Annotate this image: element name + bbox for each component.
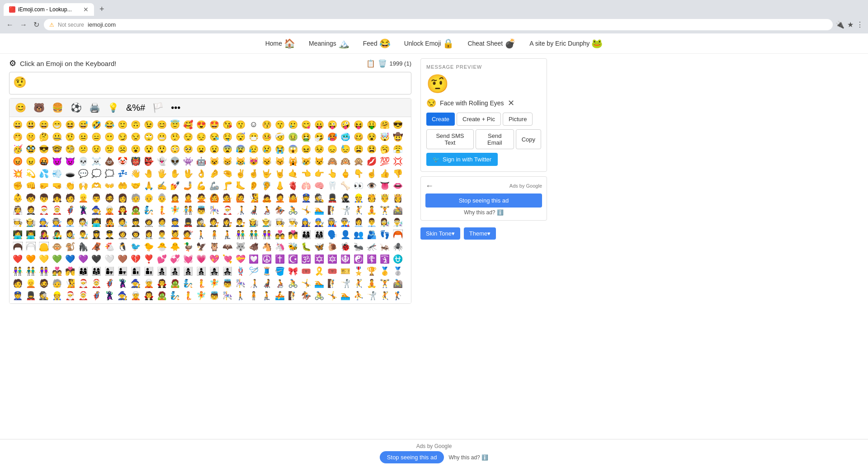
emoji-cell[interactable]: 😓	[339, 143, 352, 155]
emoji-cell[interactable]: 🙊	[352, 156, 365, 167]
emoji-cell[interactable]: 🧚	[208, 278, 221, 289]
emoji-cell[interactable]: 🧜	[156, 204, 168, 216]
nav-site-by[interactable]: A site by Eric Dunphy 🐸	[529, 38, 603, 49]
emoji-cell[interactable]: 👬	[24, 265, 37, 277]
emoji-cell[interactable]: 🙃	[129, 119, 142, 131]
emoji-cell[interactable]: 👰	[11, 204, 24, 216]
emoji-cell[interactable]: 🦄	[274, 241, 286, 253]
emoji-cell[interactable]: 🧙	[129, 278, 142, 289]
emoji-cell[interactable]: 🏇	[300, 290, 312, 302]
emoji-cell[interactable]: 🫂	[365, 229, 378, 241]
emoji-cell[interactable]: ☝️	[365, 168, 378, 179]
emoji-cell[interactable]: 👨‍👩‍👦	[77, 265, 90, 277]
emoji-cell[interactable]: 🪣	[274, 265, 286, 277]
emoji-cell[interactable]: 🕵️	[195, 217, 208, 228]
emoji-cell[interactable]: 🧑	[11, 278, 24, 289]
stop-ad-button[interactable]: Stop seeing this ad	[425, 193, 542, 208]
create-button[interactable]: Create	[426, 113, 455, 126]
emoji-cell[interactable]: 🧘	[365, 204, 378, 216]
emoji-cell[interactable]: 🤒	[260, 131, 273, 143]
emoji-cell[interactable]: 🙇	[260, 192, 273, 204]
emoji-cell[interactable]: 👩‍🔬	[378, 217, 391, 228]
back-button[interactable]: ←	[5, 19, 15, 31]
emoji-cell[interactable]: 🙆	[208, 192, 221, 204]
send-sms-button[interactable]: Send SMS Text	[426, 129, 474, 149]
emoji-cell[interactable]: 🧠	[313, 180, 326, 192]
emoji-cell[interactable]: 🏋️	[378, 204, 391, 216]
reload-button[interactable]: ↻	[32, 19, 41, 31]
emoji-cell[interactable]: 👮	[300, 192, 312, 204]
emoji-cell[interactable]: 👉	[313, 168, 326, 179]
emoji-cell[interactable]: 🦷	[326, 180, 339, 192]
emoji-cell[interactable]: 🤶	[77, 290, 90, 302]
emoji-cell[interactable]: 🧗	[326, 204, 339, 216]
emoji-cell[interactable]: 🧓	[129, 192, 142, 204]
emoji-cell[interactable]: 😌	[182, 131, 194, 143]
emoji-cell[interactable]: 👐	[103, 180, 116, 192]
emoji-cell[interactable]: 🧚	[169, 204, 181, 216]
emoji-cell[interactable]: 💖	[208, 253, 221, 265]
emoji-cell[interactable]: 🦟	[365, 241, 378, 253]
emoji-cell[interactable]: 👨‍👦	[142, 265, 155, 277]
emoji-cell[interactable]: 🦾	[208, 180, 221, 192]
emoji-cell[interactable]: 🖐️	[156, 168, 168, 179]
emoji-cell[interactable]: 👷	[51, 290, 63, 302]
emoji-cell[interactable]: 🧵	[260, 265, 273, 277]
emoji-cell[interactable]: 🤸	[300, 204, 312, 216]
emoji-cell[interactable]: 🧑‍🔬	[77, 217, 90, 228]
emoji-cell[interactable]: ☹️	[116, 143, 129, 155]
emoji-cell[interactable]: 🧑‍✈️	[129, 217, 142, 228]
emoji-cell[interactable]: ✝️	[274, 253, 286, 265]
emoji-cell[interactable]: 🧑‍🦼	[260, 278, 273, 289]
emoji-cell[interactable]: 💋	[365, 156, 378, 167]
emoji-cell[interactable]: 🧡	[24, 253, 37, 265]
emoji-cell[interactable]: 🚵	[392, 278, 404, 289]
emoji-cell[interactable]: 🧜	[195, 278, 208, 289]
emoji-cell[interactable]: 😯	[142, 143, 155, 155]
emoji-cell[interactable]: 😨	[221, 143, 234, 155]
emoji-cell[interactable]: 🙄	[142, 131, 155, 143]
emoji-cell[interactable]: 😎	[392, 119, 404, 131]
emoji-cell[interactable]: 😛	[313, 119, 326, 131]
emoji-cell[interactable]: 🤶	[90, 278, 103, 289]
emoji-cell[interactable]: 👩‍👧‍👦	[156, 265, 168, 277]
emoji-cell[interactable]: 👩‍💼	[352, 217, 365, 228]
emoji-cell[interactable]: 😤	[392, 143, 404, 155]
emoji-cell[interactable]: 👃	[274, 180, 286, 192]
emoji-cell[interactable]: 🚴	[313, 290, 326, 302]
emoji-cell[interactable]: 🤧	[313, 131, 326, 143]
tab-activity[interactable]: ⚽	[69, 100, 84, 115]
emoji-cell[interactable]: 👆	[326, 168, 339, 179]
emoji-cell[interactable]: 💔	[129, 253, 142, 265]
emoji-cell[interactable]: 🤤	[221, 131, 234, 143]
delete-button[interactable]: 🗑️	[378, 59, 387, 68]
emoji-cell[interactable]: 😬	[156, 131, 168, 143]
emoji-cell[interactable]: 🤸	[326, 290, 339, 302]
emoji-cell[interactable]: 💏	[287, 229, 299, 241]
emoji-cell[interactable]: 😰	[234, 143, 247, 155]
ads-nav-back[interactable]: ←	[425, 181, 434, 191]
emoji-cell[interactable]: 😱	[287, 143, 299, 155]
nav-unlock-emoji[interactable]: Unlock Emoji 🔒	[404, 38, 454, 49]
emoji-cell[interactable]: 🧛	[142, 290, 155, 302]
emoji-cell[interactable]: 🏌️	[392, 290, 404, 302]
emoji-cell[interactable]: 😿	[300, 156, 312, 167]
emoji-cell[interactable]: 🦉	[208, 241, 221, 253]
emoji-cell[interactable]: 🤴	[378, 192, 391, 204]
emoji-cell[interactable]: 🧎	[260, 290, 273, 302]
emoji-cell[interactable]: 👷	[352, 192, 365, 204]
address-bar[interactable]: ⚠ Not secure iemoji.com	[44, 19, 833, 30]
forward-button[interactable]: →	[18, 19, 29, 31]
emoji-cell[interactable]: 🎅	[64, 290, 76, 302]
emoji-cell[interactable]: 🦧	[90, 241, 103, 253]
emoji-cell[interactable]: 🥴	[352, 131, 365, 143]
emoji-cell[interactable]: 🧍	[208, 229, 221, 241]
emoji-cell[interactable]: 😕	[77, 143, 90, 155]
emoji-cell[interactable]: 👎	[392, 168, 404, 179]
emoji-cell[interactable]: 👦	[38, 192, 50, 204]
emoji-cell[interactable]: 😽	[274, 156, 286, 167]
emoji-cell[interactable]: 🧑‍🤝‍🧑	[182, 204, 194, 216]
emoji-cell[interactable]: 🧙	[116, 290, 129, 302]
emoji-cell[interactable]: 🤦	[274, 192, 286, 204]
picture-button[interactable]: Picture	[503, 113, 533, 126]
